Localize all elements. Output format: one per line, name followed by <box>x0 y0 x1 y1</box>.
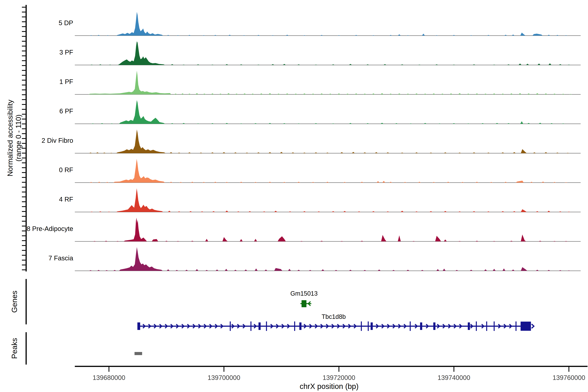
track-label-2-div-fibro: 2 Div Fibro <box>42 136 73 144</box>
gene-exon-thin <box>494 322 494 331</box>
x-axis-title: chrX position (bp) <box>272 382 386 391</box>
gene-exon-thin <box>230 322 231 331</box>
signal-area-7-fascia <box>89 247 570 271</box>
genes-section-label: Genes <box>10 290 19 313</box>
gene-exon-thin <box>476 322 477 331</box>
x-axis-tick-label: 139700000 <box>198 374 250 382</box>
track-label-0-rf: 0 RF <box>59 166 73 174</box>
gene-terminal-exon <box>520 322 531 331</box>
peaks-section-label: Peaks <box>10 338 19 359</box>
gene-exon-thin <box>266 322 267 331</box>
signal-area-3-pf <box>90 41 570 65</box>
track-label-5-dp: 5 DP <box>59 19 73 27</box>
gene-exon-thin <box>486 322 487 331</box>
signal-area-0-rf <box>90 159 568 182</box>
track-label-7-fascia: 7 Fascia <box>48 254 73 262</box>
gene-exon-thick <box>420 322 422 330</box>
x-axis-tick-label: 139680000 <box>83 374 135 382</box>
y-axis-label-line2: (range 0 - 110) <box>14 114 22 162</box>
gene-exon-gm15013 <box>302 300 306 307</box>
signal-area-1-pf <box>88 71 572 94</box>
y-axis-label-line1: Normalized accessibility <box>6 100 14 176</box>
strand-arrow-icon <box>532 324 534 328</box>
gene-label-gm15013: Gm15013 <box>280 290 328 297</box>
gene-exon-thick <box>258 322 261 330</box>
gene-exon-thick <box>468 322 470 330</box>
signal-area-5-dp <box>90 12 568 36</box>
gene-exon-thick <box>300 322 302 330</box>
signal-area-8-pre-adipocyte <box>93 218 568 242</box>
genome-browser-figure: Normalized accessibility (range 0 - 110)… <box>0 0 588 392</box>
track-label-1-pf: 1 PF <box>60 78 73 86</box>
gene-label-tbc1d8b: Tbc1d8b <box>309 313 358 320</box>
gene-exon-thin <box>410 322 411 331</box>
signal-area-6-pf <box>91 100 565 124</box>
track-label-6-pf: 6 PF <box>60 107 73 115</box>
gene-exon-thick <box>370 322 373 330</box>
gene-exon-thin <box>368 322 369 331</box>
track-label-3-pf: 3 PF <box>60 48 73 56</box>
peak-region-bar <box>134 352 142 355</box>
track-label-4-rf: 4 RF <box>59 195 73 203</box>
signal-area-2-div-fibro <box>89 130 569 153</box>
tracks-plot-svg <box>0 0 588 392</box>
gene-exon-thin <box>294 322 295 331</box>
gene-exon-thin <box>361 322 362 331</box>
x-axis-tick-label: 139720000 <box>313 374 365 382</box>
gene-exon-thin <box>250 322 251 331</box>
gene-start-exon <box>137 322 140 330</box>
track-label-8-pre-adipocyte: 8 Pre-Adipocyte <box>26 225 73 232</box>
x-axis-tick-label: 139740000 <box>428 374 480 382</box>
signal-area-4-rf <box>90 188 570 212</box>
gene-exon-thin <box>516 322 516 331</box>
gene-exon-thick <box>433 322 436 330</box>
x-axis-tick-label: 139760000 <box>543 374 588 382</box>
